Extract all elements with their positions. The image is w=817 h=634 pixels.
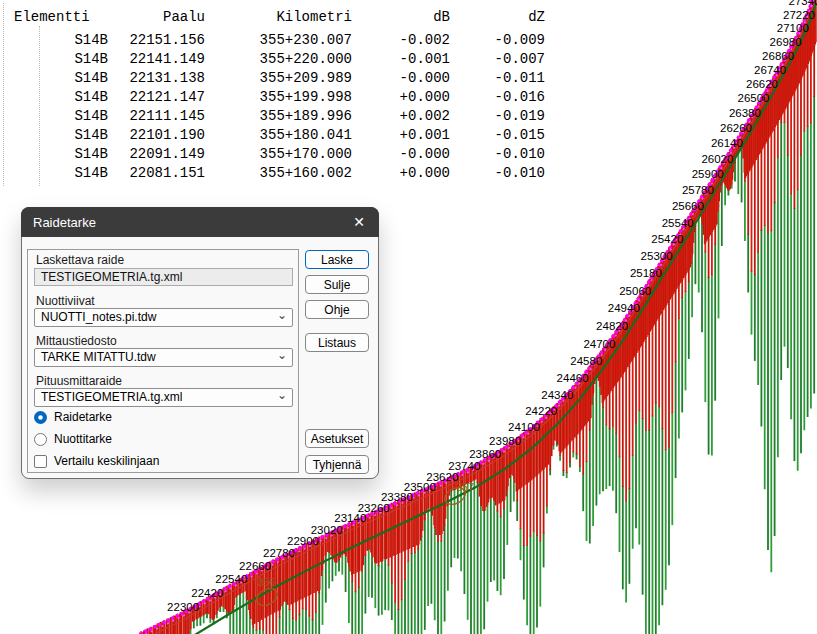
- station-label: 25060: [619, 285, 651, 297]
- table-row[interactable]: S14B22091.149355+170.000-0.000-0.010: [8, 145, 545, 164]
- cell: S14B: [8, 69, 108, 88]
- station-label: 26380: [729, 107, 761, 119]
- station-label: 23620: [426, 471, 458, 483]
- cell: -0.019: [450, 107, 545, 126]
- cell: 22151.156: [108, 31, 205, 50]
- station-label: 23380: [381, 491, 413, 503]
- cell: S14B: [8, 88, 108, 107]
- station-label: 23140: [334, 512, 366, 524]
- cell: 355+160.002: [205, 164, 352, 183]
- cell: -0.000: [352, 69, 450, 88]
- checkbox-vertailu[interactable]: Vertailu keskilinjaan: [34, 454, 159, 468]
- table-row[interactable]: S14B22101.190355+180.041+0.001-0.015: [8, 126, 545, 145]
- station-label: 22540: [215, 573, 247, 585]
- station-label: 25420: [651, 233, 683, 245]
- cell: S14B: [8, 164, 108, 183]
- dialog-groupbox: Laskettava raide TESTIGEOMETRIA.tg.xml N…: [27, 249, 299, 473]
- station-label: 26020: [701, 153, 733, 165]
- table-row[interactable]: S14B22121.147355+199.998+0.000-0.016: [8, 88, 545, 107]
- dialog-titlebar[interactable]: Raidetarke ✕: [21, 207, 379, 237]
- station-label: 27220: [783, 9, 815, 21]
- nuottiviivat-value: NUOTTI_notes.pi.tdw: [41, 310, 156, 324]
- cell: 355+209.989: [205, 69, 352, 88]
- radio-nuottitarke[interactable]: Nuottitarke: [34, 432, 112, 446]
- chevron-down-icon: ⌄: [277, 307, 287, 324]
- cell: -0.000: [352, 145, 450, 164]
- station-label: 27340: [789, 0, 817, 7]
- station-label: 24340: [541, 389, 573, 401]
- cell: 22081.151: [108, 164, 205, 183]
- table-row[interactable]: S14B22141.149355+220.000-0.001-0.007: [8, 50, 545, 69]
- cell: +0.000: [352, 88, 450, 107]
- radio-raidetarke-label: Raidetarke: [54, 410, 112, 424]
- table-row[interactable]: S14B22131.138355+209.989-0.000-0.011: [8, 69, 545, 88]
- nuottiviivat-label: Nuottiviivat: [36, 295, 95, 308]
- station-label: 24820: [596, 320, 628, 332]
- cell: 355+189.996: [205, 107, 352, 126]
- results-table-header: ElementtiPaaluKilometridBdZ: [8, 8, 545, 27]
- table-row[interactable]: S14B22081.151355+160.002+0.000-0.010: [8, 164, 545, 183]
- cell: -0.010: [450, 164, 545, 183]
- station-label: 22300: [167, 601, 199, 613]
- station-label: 26260: [720, 122, 752, 134]
- cell: S14B: [8, 31, 108, 50]
- laskettava-raide-field: TESTIGEOMETRIA.tg.xml: [34, 268, 293, 286]
- station-label: 24940: [608, 302, 640, 314]
- cell: -0.011: [450, 69, 545, 88]
- cell: 355+180.041: [205, 126, 352, 145]
- mittaustiedosto-dropdown[interactable]: TARKE MITATTU.tdw ⌄: [34, 348, 293, 367]
- table-row[interactable]: S14B22151.156355+230.007-0.002-0.009: [8, 31, 545, 50]
- station-label: 25180: [630, 267, 662, 279]
- cell: 355+230.007: [205, 31, 352, 50]
- station-label: 24580: [570, 355, 602, 367]
- column-header: Elementti: [8, 8, 108, 27]
- cell: 355+220.000: [205, 50, 352, 69]
- mittaustiedosto-value: TARKE MITATTU.tdw: [41, 350, 156, 364]
- nuottiviivat-dropdown[interactable]: NUOTTI_notes.pi.tdw ⌄: [34, 308, 293, 327]
- radio-selected-icon: [34, 411, 47, 424]
- laske-button[interactable]: Laske: [305, 250, 369, 269]
- close-button[interactable]: ✕: [339, 207, 379, 237]
- checkbox-icon: [34, 455, 47, 468]
- station-label: 26740: [754, 64, 786, 76]
- station-label: 24460: [557, 372, 589, 384]
- cell: 355+170.000: [205, 145, 352, 164]
- grid-guide: [3, 3, 4, 186]
- sulje-button[interactable]: Sulje: [305, 275, 369, 294]
- cell: 22101.190: [108, 126, 205, 145]
- cell: +0.001: [352, 126, 450, 145]
- station-label: 23740: [448, 460, 480, 472]
- station-label: 23980: [489, 435, 521, 447]
- station-label: 25660: [672, 200, 704, 212]
- pituusmittaraide-dropdown[interactable]: TESTIGEOMETRIA.tg.xml ⌄: [34, 388, 293, 407]
- chevron-down-icon: ⌄: [277, 347, 287, 364]
- ohje-button[interactable]: Ohje: [305, 300, 369, 319]
- column-header: Kilometri: [205, 8, 352, 27]
- station-label: 26620: [746, 78, 778, 90]
- cell: +0.002: [352, 107, 450, 126]
- cell: -0.002: [352, 31, 450, 50]
- radio-raidetarke[interactable]: Raidetarke: [34, 410, 112, 424]
- radio-nuottitarke-label: Nuottitarke: [54, 432, 112, 446]
- cell: -0.016: [450, 88, 545, 107]
- station-label: 27100: [777, 22, 809, 34]
- results-table: ElementtiPaaluKilometridBdZ S14B22151.15…: [0, 0, 545, 183]
- cell: S14B: [8, 107, 108, 126]
- results-table-body: S14B22151.156355+230.007-0.002-0.009S14B…: [8, 31, 545, 183]
- column-header: dZ: [450, 8, 545, 27]
- cell: S14B: [8, 126, 108, 145]
- raidetarke-dialog: Raidetarke ✕ Laskettava raide TESTIGEOME…: [21, 207, 379, 479]
- listaus-button[interactable]: Listaus: [305, 333, 369, 352]
- cell: -0.001: [352, 50, 450, 69]
- mittaustiedosto-label: Mittaustiedosto: [36, 335, 117, 348]
- table-row[interactable]: S14B22111.145355+189.996+0.002-0.019: [8, 107, 545, 126]
- asetukset-button[interactable]: Asetukset: [305, 429, 369, 448]
- station-label: 26860: [762, 50, 794, 62]
- cell: -0.009: [450, 31, 545, 50]
- station-label: 24700: [583, 338, 615, 350]
- table-header-row: ElementtiPaaluKilometridBdZ: [8, 8, 545, 27]
- cell: 22121.147: [108, 88, 205, 107]
- tyhjenna-button[interactable]: Tyhjennä: [305, 455, 369, 474]
- station-label: 23260: [358, 502, 390, 514]
- cell: 22141.149: [108, 50, 205, 69]
